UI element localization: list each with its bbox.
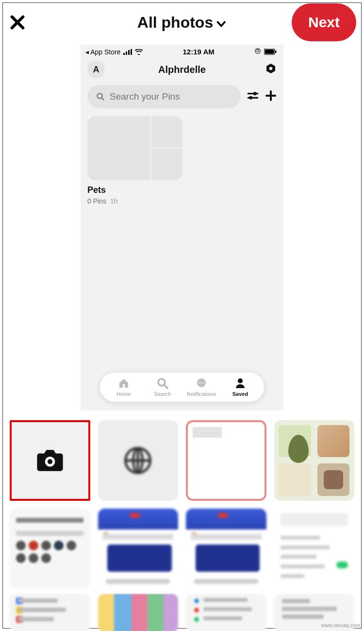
filter-icon xyxy=(247,89,259,102)
board-meta: 0 Pins1h xyxy=(87,197,277,205)
board-card: Pets 0 Pins1h xyxy=(87,116,277,205)
add-button xyxy=(265,90,277,103)
search-icon xyxy=(96,92,105,101)
wifi-icon xyxy=(135,49,143,55)
bottom-tab-bar: Home Search Notifications Saved xyxy=(100,373,264,402)
person-icon xyxy=(234,377,246,389)
photo-tile[interactable] xyxy=(186,594,266,631)
svg-point-21 xyxy=(201,382,202,384)
battery-icon xyxy=(264,49,277,55)
website-tile[interactable] xyxy=(98,420,179,501)
svg-rect-3 xyxy=(131,49,132,55)
svg-line-18 xyxy=(164,385,167,388)
svg-point-8 xyxy=(269,67,273,70)
svg-rect-7 xyxy=(275,51,277,53)
search-tab-icon xyxy=(157,377,168,389)
svg-rect-2 xyxy=(128,50,130,55)
photo-tile[interactable] xyxy=(274,509,355,589)
svg-point-22 xyxy=(203,382,204,384)
chevron-down-icon xyxy=(216,18,227,29)
plus-icon xyxy=(265,90,277,102)
preview-image: App Store 12:19 AM A Alphrdelle Search y… xyxy=(81,45,283,410)
board-name: Pets xyxy=(87,185,277,195)
photo-tile[interactable] xyxy=(274,420,355,501)
profile-username: Alphrdelle xyxy=(158,64,206,75)
photo-tile[interactable] xyxy=(186,509,266,589)
globe-icon xyxy=(124,447,151,474)
filter-button xyxy=(247,89,259,104)
svg-point-23 xyxy=(238,378,243,383)
tab-home: Home xyxy=(109,377,139,397)
tab-notifications: Notifications xyxy=(186,377,216,397)
album-selector[interactable]: All photos xyxy=(137,14,227,32)
svg-point-20 xyxy=(199,382,200,384)
avatar: A xyxy=(87,61,105,78)
album-title: All photos xyxy=(137,14,213,32)
photo-tile[interactable] xyxy=(98,594,179,631)
svg-line-10 xyxy=(101,98,104,100)
clock: 12:19 AM xyxy=(183,48,215,56)
tab-search: Search xyxy=(148,377,178,397)
back-to-app: App Store xyxy=(85,48,120,56)
settings-button xyxy=(265,63,277,76)
close-icon xyxy=(9,14,26,31)
svg-rect-1 xyxy=(126,51,127,55)
camera-icon xyxy=(36,446,64,475)
photo-tile[interactable] xyxy=(10,594,90,631)
photo-tile[interactable] xyxy=(10,509,90,589)
next-button-label: Next xyxy=(308,14,340,30)
svg-rect-0 xyxy=(123,53,125,55)
watermark: www.deuaq.com xyxy=(321,622,360,628)
photo-tile[interactable] xyxy=(186,420,266,501)
camera-tile[interactable] xyxy=(10,420,90,501)
orientation-lock-icon xyxy=(254,48,261,56)
svg-point-12 xyxy=(253,92,257,95)
photo-tile[interactable] xyxy=(98,509,179,589)
svg-point-25 xyxy=(48,459,52,464)
search-placeholder: Search your Pins xyxy=(110,91,180,102)
chat-icon xyxy=(196,377,207,389)
next-button[interactable]: Next xyxy=(292,3,356,41)
svg-point-14 xyxy=(249,96,252,100)
settings-hex-icon xyxy=(265,63,277,74)
signal-icon xyxy=(123,49,132,55)
close-button[interactable] xyxy=(8,13,27,32)
home-icon xyxy=(118,377,130,389)
svg-rect-6 xyxy=(265,50,274,54)
search-input: Search your Pins xyxy=(87,85,241,108)
tab-saved: Saved xyxy=(225,377,255,397)
status-bar: App Store 12:19 AM xyxy=(81,45,283,58)
board-cover xyxy=(87,116,182,180)
